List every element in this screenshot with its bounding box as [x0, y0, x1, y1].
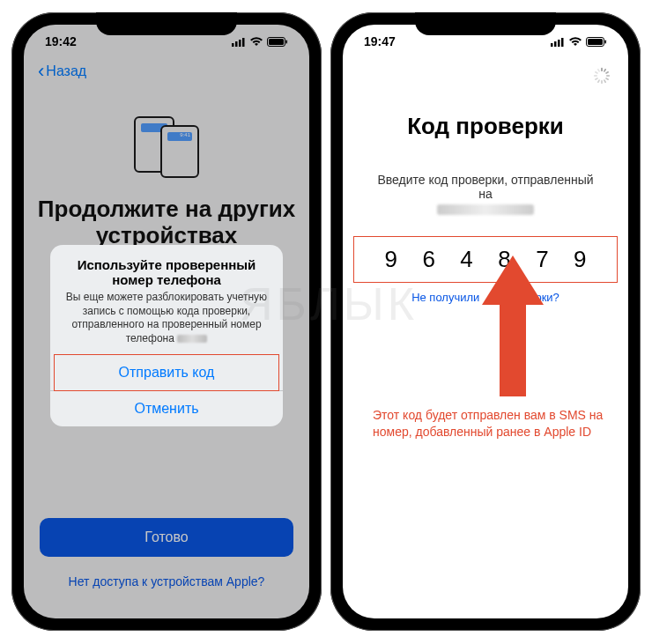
resend-code-link[interactable]: Не получили код проверки? — [343, 291, 628, 304]
code-digit: 7 — [536, 246, 548, 273]
wifi-icon — [568, 37, 582, 47]
page-title: Код проверки — [343, 113, 628, 140]
svg-rect-19 — [604, 79, 607, 83]
svg-rect-17 — [606, 75, 610, 77]
svg-rect-13 — [605, 40, 607, 43]
alert-title: Используйте проверенный номер телефона — [50, 245, 283, 291]
code-digit: 4 — [460, 246, 472, 273]
status-icons — [551, 37, 607, 47]
svg-rect-25 — [597, 69, 601, 72]
svg-rect-12 — [588, 39, 603, 45]
svg-rect-9 — [558, 40, 560, 47]
svg-rect-14 — [601, 68, 603, 71]
svg-rect-21 — [597, 79, 601, 83]
code-digit: 9 — [384, 246, 396, 273]
page-body: Введите код проверки, отправленный на — [343, 173, 628, 215]
send-code-button[interactable]: Отправить код — [54, 354, 279, 391]
spinner-icon — [593, 67, 611, 85]
code-digit: 8 — [498, 246, 510, 273]
alert-dialog: Используйте проверенный номер телефона В… — [50, 245, 283, 426]
redacted-phone — [177, 335, 207, 343]
svg-rect-10 — [561, 38, 564, 47]
cancel-button[interactable]: Отменить — [50, 390, 283, 426]
status-time: 19:47 — [364, 34, 396, 48]
annotation-text: Этот код будет отправлен вам в SMS на но… — [373, 407, 612, 440]
alert-body: Вы еще можете разблокировать учетную зап… — [50, 291, 283, 352]
phone-left: 19:42 ‹ Назад 9:41 Продолжите на других … — [11, 12, 322, 631]
svg-rect-23 — [594, 75, 597, 77]
notch — [415, 12, 556, 35]
screen-right: 19:47 Код проверки Введите код проверки,… — [343, 25, 628, 618]
code-input[interactable]: 9 6 4 8 7 9 — [353, 236, 618, 283]
svg-rect-8 — [554, 41, 557, 47]
phone-right: 19:47 Код проверки Введите код проверки,… — [330, 12, 641, 631]
redacted-phone — [437, 204, 534, 215]
svg-rect-15 — [604, 69, 607, 72]
svg-rect-7 — [551, 43, 553, 47]
svg-rect-18 — [605, 78, 609, 81]
svg-rect-20 — [601, 80, 603, 84]
svg-rect-22 — [595, 78, 598, 81]
screen-left: 19:42 ‹ Назад 9:41 Продолжите на других … — [24, 25, 309, 618]
code-digit: 9 — [574, 246, 586, 273]
code-digit: 6 — [422, 246, 434, 273]
svg-rect-24 — [595, 71, 598, 75]
battery-icon — [586, 37, 607, 47]
signal-icon — [551, 37, 565, 47]
svg-rect-16 — [605, 71, 609, 75]
